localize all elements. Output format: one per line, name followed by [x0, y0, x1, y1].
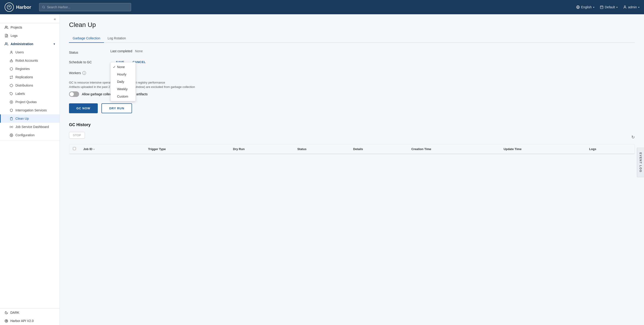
refresh-button[interactable]: ↻ — [631, 135, 635, 140]
sidebar-item-clean-up[interactable]: Clean Up — [0, 114, 60, 123]
app-logo[interactable]: Harbor — [4, 3, 34, 12]
svg-point-16 — [11, 51, 12, 52]
labels-icon — [10, 92, 13, 96]
schedule-label: Schedule to GC — [69, 59, 106, 64]
administration-chevron: ▾ — [54, 43, 55, 46]
sidebar-item-api[interactable]: Harbor API V2.0 — [0, 317, 60, 325]
svg-rect-17 — [10, 60, 13, 62]
dropdown-option-none[interactable]: None — [111, 63, 136, 71]
distributions-label: Distributions — [16, 84, 33, 87]
tab-garbage-collection[interactable]: Garbage Collection — [69, 34, 104, 43]
workers-row: Workers i — [69, 70, 635, 76]
svg-point-24 — [10, 101, 13, 104]
user-icon — [623, 5, 627, 9]
status-value: Last completed None — [110, 49, 635, 53]
table-header-job-id[interactable]: Job ID — [80, 144, 144, 154]
stop-button[interactable]: STOP — [69, 132, 85, 139]
gc-history-table: Job ID Trigger Type Dry Run Status Detai… — [69, 144, 634, 154]
dropdown-option-hourly[interactable]: Hourly — [111, 71, 136, 78]
gc-now-button[interactable]: GC NOW — [69, 103, 98, 113]
search-bar[interactable] — [39, 3, 131, 11]
language-chevron: ▾ — [593, 6, 594, 9]
event-log-tab[interactable]: EVENT LOG — [637, 148, 644, 177]
sidebar-projects-label: Projects — [10, 26, 22, 29]
sidebar-logs-label: Logs — [10, 34, 18, 38]
last-completed-label: Last completed — [110, 49, 132, 53]
sidebar-collapse-area: « — [0, 14, 60, 23]
distributions-icon — [10, 84, 13, 87]
api-icon — [4, 319, 8, 323]
svg-point-15 — [5, 43, 6, 44]
users-icon — [10, 51, 13, 54]
dry-run-button[interactable]: DRY RUN — [102, 103, 132, 113]
status-row: Status Last completed None — [69, 49, 635, 54]
search-input[interactable] — [47, 5, 128, 9]
labels-label: Labels — [16, 92, 25, 96]
top-nav: Harbor English ▾ Default ▾ admi — [0, 0, 644, 14]
table-header-details: Details — [350, 144, 408, 154]
default-label: Default — [605, 5, 615, 9]
default-chevron: ▾ — [616, 6, 618, 9]
nav-right: English ▾ Default ▾ admin ▾ — [576, 5, 640, 9]
schedule-value: None Hourly Daily Weekly Custom — [110, 59, 635, 65]
sidebar-item-logs[interactable]: Logs — [0, 32, 60, 40]
language-selector[interactable]: English ▾ — [576, 5, 594, 9]
page-title: Clean Up — [69, 21, 635, 29]
administration-icon — [4, 42, 8, 46]
configuration-label: Configuration — [16, 133, 34, 137]
table-header-row: Job ID Trigger Type Dry Run Status Detai… — [69, 144, 634, 154]
app-title: Harbor — [16, 5, 31, 10]
table-header-trigger-type: Trigger Type — [144, 144, 229, 154]
admin-menu[interactable]: admin ▾ — [623, 5, 640, 9]
event-log-label: EVENT LOG — [639, 152, 642, 172]
projects-icon — [4, 26, 8, 29]
svg-point-27 — [11, 135, 12, 136]
dropdown-option-daily[interactable]: Daily — [111, 78, 136, 85]
logo-icon — [4, 3, 14, 12]
sidebar-item-users[interactable]: Users — [0, 48, 60, 56]
sidebar-item-interrogation-services[interactable]: Interrogation Services — [0, 106, 60, 114]
dashboard-icon — [10, 125, 13, 129]
language-label: English — [581, 5, 592, 9]
sidebar-item-robot-accounts[interactable]: Robot Accounts — [0, 56, 60, 65]
warning-2: Artifacts uploaded in the past 2 hours(t… — [69, 85, 635, 89]
sidebar-item-projects[interactable]: Projects — [0, 23, 60, 32]
sidebar-item-configuration[interactable]: Configuration — [0, 131, 60, 139]
gc-history-table-wrapper: Job ID Trigger Type Dry Run Status Detai… — [69, 144, 635, 154]
untagged-toggle[interactable] — [69, 91, 79, 97]
dropdown-option-custom[interactable]: Custom — [111, 93, 136, 100]
table-header-update-time: Update Time — [500, 144, 586, 154]
admin-chevron: ▾ — [638, 6, 640, 9]
sidebar-item-project-quotas[interactable]: Project Quotas — [0, 98, 60, 106]
tab-log-rotation[interactable]: Log Rotation — [104, 34, 130, 43]
config-icon — [10, 134, 13, 137]
last-completed-value: None — [135, 49, 142, 53]
sidebar-item-replications[interactable]: Replications — [0, 73, 60, 81]
schedule-dropdown-menu: None Hourly Daily Weekly Custom — [110, 62, 136, 101]
sidebar-item-distributions[interactable]: Distributions — [0, 81, 60, 90]
svg-point-12 — [5, 26, 6, 27]
gc-history-title: GC History — [69, 122, 635, 127]
project-quotas-label: Project Quotas — [16, 100, 37, 104]
dark-label: DARK — [10, 311, 19, 314]
refresh-icon: ↻ — [631, 135, 635, 140]
untagged-toggle-row: Allow garbage collection on untagged art… — [69, 91, 635, 97]
sidebar-item-administration[interactable]: Administration ▾ — [0, 40, 60, 48]
tab-bar: Garbage Collection Log Rotation — [69, 34, 635, 43]
sidebar-item-job-service-dashboard[interactable]: Job Service Dashboard — [0, 123, 60, 131]
select-all-checkbox[interactable] — [73, 147, 76, 150]
dropdown-option-weekly[interactable]: Weekly — [111, 85, 136, 93]
sidebar-item-registries[interactable]: Registries — [0, 65, 60, 73]
sidebar-item-dark[interactable]: DARK — [0, 308, 60, 317]
sidebar-item-labels[interactable]: Labels — [0, 90, 60, 98]
workers-info-icon[interactable]: i — [82, 71, 86, 75]
default-selector[interactable]: Default ▾ — [600, 5, 618, 9]
sidebar: « Projects Logs Administration ▾ — [0, 14, 60, 325]
dark-mode-icon — [4, 311, 8, 314]
table-header-status: Status — [294, 144, 350, 154]
globe-icon — [576, 5, 580, 9]
svg-marker-22 — [10, 84, 13, 87]
svg-point-3 — [42, 6, 44, 8]
table-header-creation-time: Creation Time — [408, 144, 500, 154]
collapse-button[interactable]: « — [54, 17, 56, 21]
